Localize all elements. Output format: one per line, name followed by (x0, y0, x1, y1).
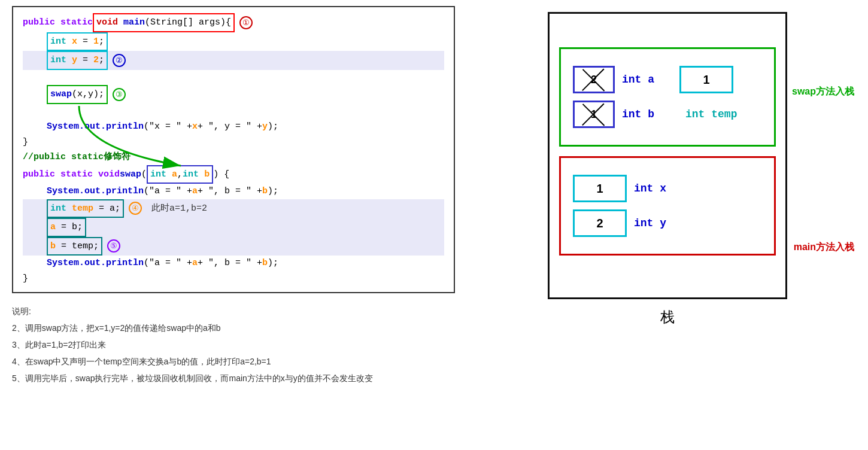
kw-system: System.out.println (47, 119, 144, 135)
annotation-5: ⑤ (107, 239, 120, 253)
code-line-2: int x = 1; (23, 32, 444, 51)
note-at: 此时a=1,b=2 (151, 201, 207, 217)
var-b-label: int b (622, 108, 654, 120)
var-a-box: 2 (573, 66, 615, 93)
var-a-value: 2 (591, 74, 597, 86)
kw-swap-call: swap (50, 89, 72, 99)
code-line-blank1 (23, 70, 444, 86)
notes-item5: 5、调用完毕后，swap执行完毕，被垃圾回收机制回收，而main方法中的x与y的… (12, 370, 455, 387)
code-line-1: public static void main(String[] args){ … (23, 13, 444, 32)
comment-text: //public static修饰符 (23, 150, 130, 165)
void-main-box: void main(String[] args){ (93, 13, 235, 32)
var-a-label: int a (622, 74, 654, 86)
var-x-label: int x (634, 183, 666, 194)
kw-swap: swap (120, 167, 141, 183)
code-line-5: System.out.println("x = " + x + ", y = "… (23, 119, 444, 135)
swap-frame: 2 int a 1 1 int b int temp (559, 47, 776, 147)
main-args: (String[] args){ (145, 17, 231, 28)
code-line-9: a = b; (23, 218, 444, 237)
main-frame: 1 int x 2 int y (559, 156, 776, 256)
var-y: y (72, 55, 77, 65)
var-a-row: 2 int a 1 (573, 66, 762, 93)
var-x: x (72, 37, 77, 47)
annotation-4: ④ (129, 202, 142, 215)
b-eq-temp-box: b = temp; (47, 237, 102, 256)
stack-diagram: 2 int a 1 1 int b int temp 1 (548, 12, 787, 299)
code-line-10: b = temp; ⑤ (23, 237, 444, 256)
kw-int-x: int (50, 37, 72, 47)
val-2: 2 (93, 55, 99, 65)
var-b-value: 1 (591, 108, 597, 121)
code-line-7: System.out.println("a = " + a + ", b = "… (23, 184, 444, 199)
var-b-box: 1 (573, 101, 615, 128)
code-line-blank2 (23, 104, 444, 120)
annotation-2: ② (113, 54, 126, 67)
swap-call-box: swap(x,y); (47, 85, 108, 104)
kw-public2: public static void (23, 167, 120, 183)
var-x-row: 1 int x (573, 175, 762, 202)
int-y-box: int y = 2; (47, 51, 108, 70)
var-temp-box: 1 (679, 66, 733, 93)
a-eq-b-box: a = b; (47, 218, 86, 237)
annotation-1: ① (239, 16, 253, 29)
code-block: public static void main(String[] args){ … (12, 6, 455, 293)
code-line-4: swap(x,y); ③ (23, 85, 444, 104)
var-x-value: 1 (596, 182, 603, 196)
keyword-main: main (123, 17, 145, 28)
code-line-8: int temp = a; ④ 此时a=1,b=2 (23, 199, 444, 218)
var-b-row: 1 int b int temp (573, 101, 762, 128)
code-line-6: } (23, 135, 444, 150)
var-temp-label: int temp (685, 108, 737, 120)
var-y-row: 2 int y (573, 209, 762, 237)
var-y-value: 2 (596, 217, 603, 230)
annotation-3: ③ (113, 88, 126, 101)
code-line-comment: //public static修饰符 (23, 150, 444, 165)
var-x-box: 1 (573, 175, 627, 202)
var-y-box: 2 (573, 209, 627, 237)
keyword-void: void (96, 17, 123, 28)
swap-params-box: int a,int b (147, 165, 213, 184)
main-frame-label: main方法入栈 (794, 241, 854, 254)
code-line-11: System.out.println("a = " + a + ", b = "… (23, 256, 444, 271)
stack-top-empty (550, 14, 785, 38)
code-line-12: } (23, 271, 444, 287)
left-panel: public static void main(String[] args){ … (0, 0, 467, 450)
swap-frame-label: swap方法入栈 (792, 86, 854, 98)
int-temp-box: int temp = a; (47, 199, 124, 218)
val-1: 1 (93, 37, 99, 47)
notes-section: 说明: 2、调用swap方法，把x=1,y=2的值传递给swap中的a和b 3、… (12, 303, 455, 387)
kw-int-y: int (50, 55, 72, 65)
notes-item3: 3、此时a=1,b=2打印出来 (12, 336, 455, 353)
notes-title: 说明: (12, 303, 455, 320)
var-y-label: int y (634, 217, 666, 229)
notes-item4: 4、在swap中又声明一个temp空间来交换a与b的值，此时打印a=2,b=1 (12, 353, 455, 370)
keyword-public: public static (23, 15, 93, 31)
int-x-box: int x = 1; (47, 32, 108, 51)
code-line-3: int y = 2; ② (23, 51, 444, 70)
notes-item2: 2、调用swap方法，把x=1,y=2的值传递给swap中的a和b (12, 320, 455, 336)
stack-title: 栈 (660, 308, 675, 327)
right-panel: 2 int a 1 1 int b int temp 1 (467, 0, 868, 450)
var-temp-value: 1 (703, 73, 709, 87)
code-line-swap-def: public static void swap ( int a,int b ) … (23, 165, 444, 184)
